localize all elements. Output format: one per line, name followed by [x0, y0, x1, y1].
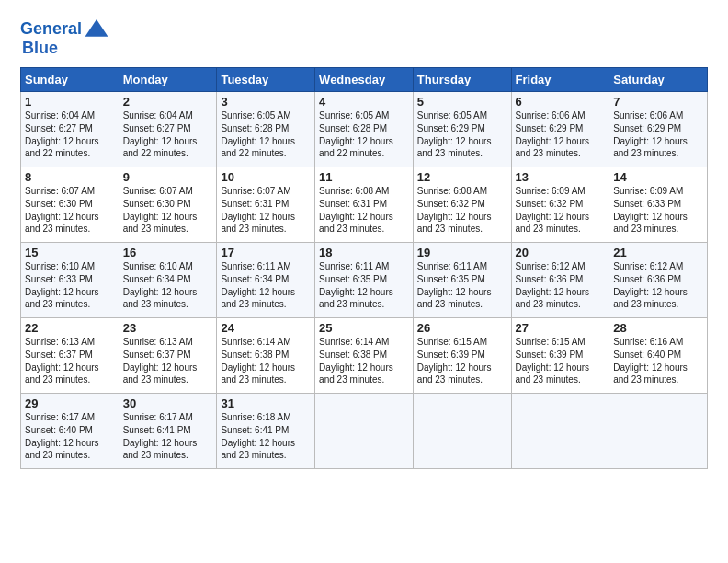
day-number: 7 — [613, 95, 703, 109]
cell-sunrise: Sunrise: 6:05 AM — [221, 110, 290, 121]
table-row: 5Sunrise: 6:05 AMSunset: 6:29 PMDaylight… — [413, 92, 511, 167]
cell-sunrise: Sunrise: 6:15 AM — [516, 337, 586, 347]
cell-sunrise: Sunrise: 6:11 AM — [417, 261, 487, 271]
cell-daylight: Daylight: 12 hours and 23 minutes. — [319, 362, 393, 385]
cell-sunset: Sunset: 6:34 PM — [123, 274, 191, 284]
cell-sunset: Sunset: 6:33 PM — [25, 274, 93, 284]
cell-sunrise: Sunrise: 6:18 AM — [221, 412, 290, 422]
day-number: 18 — [319, 246, 409, 259]
table-row — [315, 394, 414, 469]
cell-daylight: Daylight: 12 hours and 23 minutes. — [221, 362, 295, 385]
day-number: 6 — [516, 95, 606, 109]
cell-sunrise: Sunrise: 6:11 AM — [319, 261, 389, 271]
cell-sunset: Sunset: 6:27 PM — [25, 123, 93, 133]
day-number: 31 — [221, 396, 311, 410]
cell-sunrise: Sunrise: 6:04 AM — [25, 110, 95, 121]
cell-sunset: Sunset: 6:36 PM — [613, 274, 681, 284]
cell-daylight: Daylight: 12 hours and 22 minutes. — [221, 136, 295, 159]
cell-sunset: Sunset: 6:29 PM — [417, 123, 485, 133]
table-row: 14Sunrise: 6:09 AMSunset: 6:33 PMDayligh… — [609, 167, 708, 243]
table-row: 25Sunrise: 6:14 AMSunset: 6:38 PMDayligh… — [315, 318, 414, 394]
cell-daylight: Daylight: 12 hours and 23 minutes. — [25, 212, 99, 235]
day-number: 26 — [417, 321, 507, 335]
table-row: 21Sunrise: 6:12 AMSunset: 6:36 PMDayligh… — [609, 243, 708, 318]
day-number: 2 — [123, 95, 213, 109]
cell-sunrise: Sunrise: 6:12 AM — [516, 261, 586, 271]
cell-sunrise: Sunrise: 6:06 AM — [516, 110, 586, 121]
cell-sunset: Sunset: 6:28 PM — [319, 123, 387, 133]
col-sunday: Sunday — [21, 68, 119, 92]
cell-daylight: Daylight: 12 hours and 23 minutes. — [25, 362, 99, 385]
col-tuesday: Tuesday — [217, 68, 315, 92]
cell-sunset: Sunset: 6:40 PM — [25, 425, 93, 435]
table-row: 23Sunrise: 6:13 AMSunset: 6:37 PMDayligh… — [119, 318, 217, 394]
cell-sunrise: Sunrise: 6:16 AM — [613, 337, 683, 347]
cell-sunset: Sunset: 6:37 PM — [25, 350, 93, 360]
page: General Blue Sunday Monday Tuesday Wedne… — [0, 0, 728, 480]
cell-sunrise: Sunrise: 6:08 AM — [417, 186, 487, 196]
cell-daylight: Daylight: 12 hours and 23 minutes. — [25, 287, 99, 310]
cell-sunset: Sunset: 6:38 PM — [221, 350, 289, 360]
cell-sunrise: Sunrise: 6:10 AM — [25, 261, 95, 271]
table-row: 3Sunrise: 6:05 AMSunset: 6:28 PMDaylight… — [217, 92, 315, 167]
cell-sunrise: Sunrise: 6:05 AM — [417, 110, 487, 121]
table-row: 18Sunrise: 6:11 AMSunset: 6:35 PMDayligh… — [315, 243, 414, 318]
cell-sunset: Sunset: 6:34 PM — [221, 274, 289, 284]
cell-daylight: Daylight: 12 hours and 23 minutes. — [516, 362, 590, 385]
col-monday: Monday — [119, 68, 217, 92]
table-row — [511, 394, 609, 469]
day-number: 3 — [221, 95, 311, 109]
cell-daylight: Daylight: 12 hours and 22 minutes. — [319, 136, 393, 159]
cell-sunset: Sunset: 6:40 PM — [613, 350, 681, 360]
cell-daylight: Daylight: 12 hours and 23 minutes. — [319, 212, 393, 235]
table-row: 4Sunrise: 6:05 AMSunset: 6:28 PMDaylight… — [315, 92, 414, 167]
cell-daylight: Daylight: 12 hours and 23 minutes. — [516, 212, 590, 235]
day-number: 20 — [516, 246, 606, 259]
cell-sunrise: Sunrise: 6:06 AM — [613, 110, 683, 121]
day-number: 4 — [319, 95, 409, 109]
table-row: 15Sunrise: 6:10 AMSunset: 6:33 PMDayligh… — [21, 243, 119, 318]
col-thursday: Thursday — [413, 68, 511, 92]
table-row: 29Sunrise: 6:17 AMSunset: 6:40 PMDayligh… — [21, 394, 119, 469]
cell-sunrise: Sunrise: 6:13 AM — [123, 337, 193, 347]
day-number: 23 — [123, 321, 213, 335]
calendar: Sunday Monday Tuesday Wednesday Thursday… — [20, 67, 708, 469]
calendar-week-5: 29Sunrise: 6:17 AMSunset: 6:40 PMDayligh… — [21, 394, 708, 469]
calendar-week-3: 15Sunrise: 6:10 AMSunset: 6:33 PMDayligh… — [21, 243, 708, 318]
day-number: 17 — [221, 246, 311, 259]
logo-text: General — [20, 20, 82, 39]
cell-sunset: Sunset: 6:27 PM — [123, 123, 191, 133]
cell-daylight: Daylight: 12 hours and 23 minutes. — [25, 438, 99, 461]
day-number: 30 — [123, 396, 213, 410]
cell-daylight: Daylight: 12 hours and 23 minutes. — [417, 362, 492, 385]
table-row: 13Sunrise: 6:09 AMSunset: 6:32 PMDayligh… — [511, 167, 609, 243]
cell-sunset: Sunset: 6:38 PM — [319, 350, 387, 360]
day-number: 25 — [319, 321, 409, 335]
table-row: 16Sunrise: 6:10 AMSunset: 6:34 PMDayligh… — [119, 243, 217, 318]
header-row: Sunday Monday Tuesday Wednesday Thursday… — [21, 68, 708, 92]
cell-sunset: Sunset: 6:36 PM — [516, 274, 584, 284]
day-number: 11 — [319, 170, 409, 184]
table-row: 11Sunrise: 6:08 AMSunset: 6:31 PMDayligh… — [315, 167, 414, 243]
cell-sunrise: Sunrise: 6:07 AM — [25, 186, 95, 196]
col-wednesday: Wednesday — [315, 68, 414, 92]
cell-daylight: Daylight: 12 hours and 23 minutes. — [613, 136, 688, 159]
cell-daylight: Daylight: 12 hours and 23 minutes. — [123, 362, 198, 385]
table-row: 12Sunrise: 6:08 AMSunset: 6:32 PMDayligh… — [413, 167, 511, 243]
table-row: 24Sunrise: 6:14 AMSunset: 6:38 PMDayligh… — [217, 318, 315, 394]
cell-sunrise: Sunrise: 6:14 AM — [221, 337, 290, 347]
header: General Blue — [20, 17, 708, 58]
cell-daylight: Daylight: 12 hours and 23 minutes. — [417, 136, 492, 159]
cell-sunrise: Sunrise: 6:12 AM — [613, 261, 683, 271]
day-number: 29 — [25, 396, 115, 410]
cell-daylight: Daylight: 12 hours and 23 minutes. — [319, 287, 393, 310]
table-row: 28Sunrise: 6:16 AMSunset: 6:40 PMDayligh… — [609, 318, 708, 394]
cell-sunrise: Sunrise: 6:08 AM — [319, 186, 389, 196]
table-row: 22Sunrise: 6:13 AMSunset: 6:37 PMDayligh… — [21, 318, 119, 394]
cell-sunset: Sunset: 6:39 PM — [417, 350, 485, 360]
cell-sunrise: Sunrise: 6:09 AM — [613, 186, 683, 196]
table-row: 2Sunrise: 6:04 AMSunset: 6:27 PMDaylight… — [119, 92, 217, 167]
cell-sunset: Sunset: 6:39 PM — [516, 350, 584, 360]
day-number: 19 — [417, 246, 507, 259]
cell-daylight: Daylight: 12 hours and 23 minutes. — [613, 212, 688, 235]
